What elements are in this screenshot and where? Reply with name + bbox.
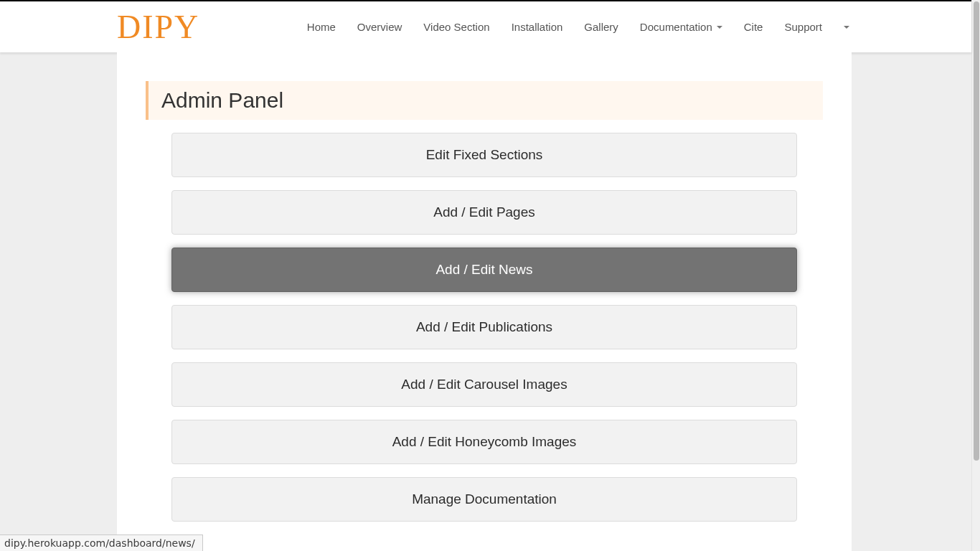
panel-header: Admin Panel xyxy=(146,81,823,120)
admin-button-list: Edit Fixed Sections Add / Edit Pages Add… xyxy=(171,133,797,522)
nav-installation[interactable]: Installation xyxy=(512,21,563,33)
page-title: Admin Panel xyxy=(161,88,810,113)
nav-video-section[interactable]: Video Section xyxy=(423,21,489,33)
content-card: Admin Panel Edit Fixed Sections Add / Ed… xyxy=(117,52,852,551)
nav-cite[interactable]: Cite xyxy=(744,21,763,33)
status-bar-url: dipy.herokuapp.com/dashboard/news/ xyxy=(0,534,203,551)
nav-links: Home Overview Video Section Installation… xyxy=(307,21,849,33)
nav-gallery[interactable]: Gallery xyxy=(584,21,618,33)
nav-extra-dropdown[interactable] xyxy=(844,26,849,29)
nav-documentation-label: Documentation xyxy=(640,21,712,33)
edit-fixed-sections-button[interactable]: Edit Fixed Sections xyxy=(171,133,797,177)
add-edit-pages-button[interactable]: Add / Edit Pages xyxy=(171,190,797,235)
nav-documentation[interactable]: Documentation xyxy=(640,21,722,33)
manage-documentation-button[interactable]: Manage Documentation xyxy=(171,477,797,522)
add-edit-publications-button[interactable]: Add / Edit Publications xyxy=(171,305,797,349)
nav-overview[interactable]: Overview xyxy=(357,21,402,33)
brand-logo[interactable]: DIPY xyxy=(117,8,199,46)
chevron-down-icon xyxy=(717,26,722,29)
vertical-scrollbar[interactable] xyxy=(971,0,980,551)
nav-support[interactable]: Support xyxy=(784,21,822,33)
add-edit-honeycomb-images-button[interactable]: Add / Edit Honeycomb Images xyxy=(171,420,797,464)
navbar: DIPY Home Overview Video Section Install… xyxy=(0,1,971,52)
add-edit-news-button[interactable]: Add / Edit News xyxy=(171,248,797,292)
scrollbar-thumb[interactable] xyxy=(974,1,979,461)
chevron-down-icon xyxy=(844,26,849,29)
add-edit-carousel-images-button[interactable]: Add / Edit Carousel Images xyxy=(171,362,797,407)
nav-home[interactable]: Home xyxy=(307,21,336,33)
